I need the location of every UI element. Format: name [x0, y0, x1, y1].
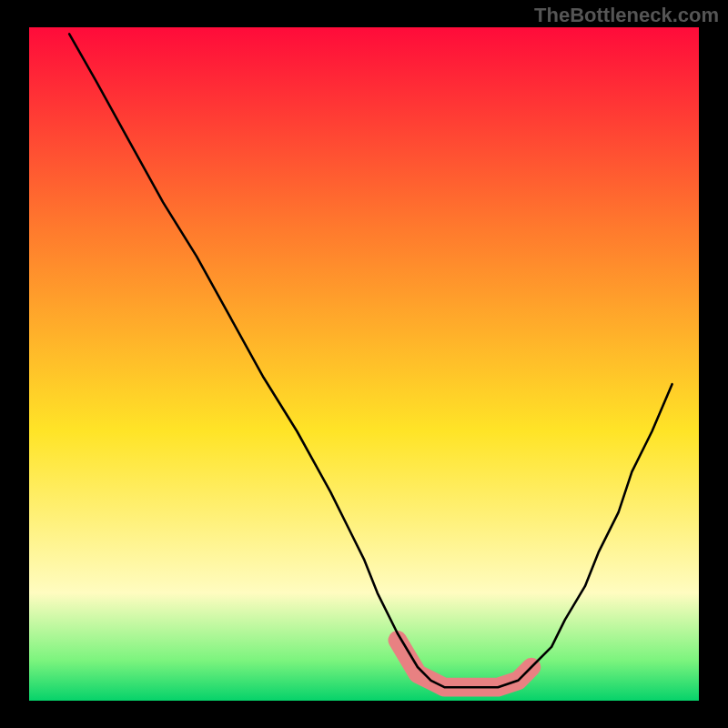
- chart-svg: [29, 27, 699, 701]
- gradient-background: [29, 27, 699, 701]
- watermark-text: TheBottleneck.com: [534, 4, 719, 27]
- chart-plot: [29, 27, 699, 701]
- chart-frame: TheBottleneck.com: [0, 0, 728, 728]
